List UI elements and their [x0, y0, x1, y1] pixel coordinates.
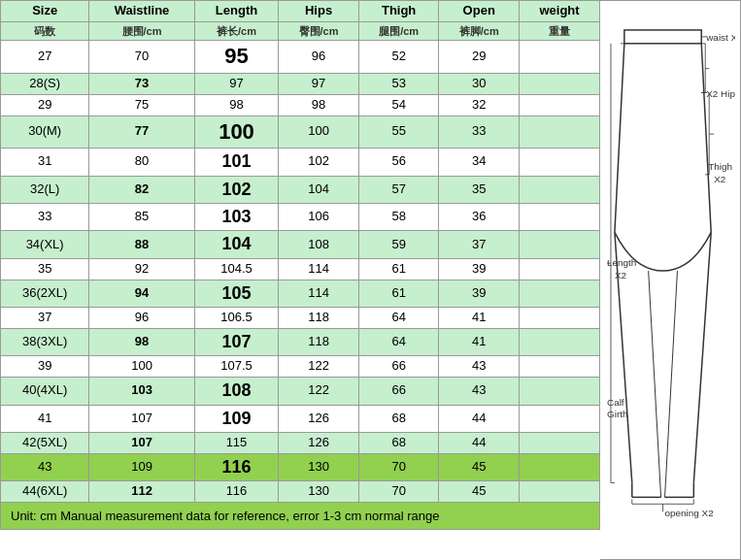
table-row: 277095965229 [1, 41, 600, 74]
table-row: 3592104.51146139 [1, 258, 600, 280]
svg-line-11 [649, 271, 661, 497]
table-row: 39100107.51226643 [1, 356, 600, 378]
col-waist: Waistline [89, 1, 194, 22]
svg-line-6 [693, 232, 711, 482]
svg-line-3 [615, 43, 624, 232]
col-hips-cn: 臀围/cm [279, 21, 359, 40]
table-row: 32(L)821021045735 [1, 176, 600, 203]
table-row: 34(XL)881041085937 [1, 231, 600, 258]
diagram-svg: waist X2 X [605, 18, 735, 543]
table-row: 28(S)7397975330 [1, 73, 600, 94]
svg-text:Thigh: Thigh [708, 160, 732, 171]
svg-text:Girth: Girth [607, 408, 627, 418]
svg-text:opening X2: opening X2 [665, 508, 715, 518]
svg-text:X2 Hip: X2 Hip [706, 88, 735, 99]
footer-note: Unit: cm Manual measurement data for ref… [0, 503, 600, 530]
table-row: 40(4XL)1031081226643 [1, 378, 600, 405]
col-hips: Hips [279, 1, 359, 22]
col-length-cn: 裤长/cm [194, 21, 279, 40]
table-row: 38(3XL)981071186441 [1, 328, 600, 355]
col-weight-cn: 重量 [520, 21, 600, 40]
table-row: 30(M)771001005533 [1, 115, 600, 148]
col-length: Length [194, 1, 279, 22]
col-thigh: Thigh [358, 1, 439, 22]
diagram-section: waist X2 X [600, 0, 741, 560]
col-open: Open [439, 1, 520, 22]
col-weight: weight [520, 1, 600, 22]
svg-text:Calf: Calf [607, 397, 624, 408]
table-row: 42(5XL)1071151266844 [1, 432, 600, 453]
table-row: 33851031065836 [1, 203, 600, 230]
col-open-cn: 裤脚/cm [439, 21, 520, 40]
table-row: 36(2XL)941051146139 [1, 280, 600, 307]
table-row: 31801011025634 [1, 148, 600, 176]
col-thigh-cn: 腿围/cm [358, 21, 439, 40]
table-row: 3796106.51186441 [1, 308, 600, 329]
svg-line-12 [665, 271, 678, 497]
col-size: Size [1, 1, 89, 22]
svg-line-4 [701, 43, 711, 232]
svg-text:X2: X2 [615, 270, 627, 280]
svg-rect-0 [624, 29, 701, 43]
svg-text:X2: X2 [714, 173, 726, 183]
size-table: Size Waistline Length Hips Thigh Open we… [0, 0, 600, 503]
svg-text:Length: Length [607, 257, 636, 268]
header-row2: 码数 腰围/cm 裤长/cm 臀围/cm 腿围/cm 裤脚/cm 重量 [1, 21, 600, 40]
svg-text:waist X2: waist X2 [705, 31, 735, 42]
col-size-cn: 码数 [1, 21, 89, 40]
header-row1: Size Waistline Length Hips Thigh Open we… [1, 1, 600, 22]
table-row: 411071091266844 [1, 405, 600, 432]
table-row: 297598985432 [1, 94, 600, 115]
table-row: 431091161307045 [1, 453, 600, 480]
table-row: 44(6XL)1121161307045 [1, 481, 600, 503]
col-waist-cn: 腰围/cm [89, 21, 194, 40]
